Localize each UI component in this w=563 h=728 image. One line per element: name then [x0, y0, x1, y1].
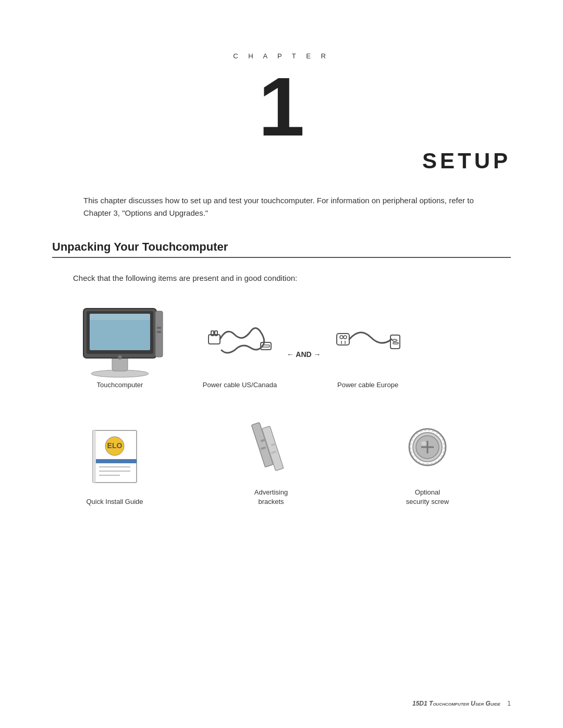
items-grid: Touchcomputer: [73, 303, 511, 507]
footer-product: 15D1 Touchcomputer User Guide: [412, 700, 500, 707]
svg-point-10: [118, 355, 122, 359]
items-row-2: ELO Quick Install Guide: [73, 411, 511, 507]
intro-text: This chapter discusses how to set up and…: [83, 194, 480, 219]
svg-rect-30: [93, 430, 96, 483]
chapter-number: 1: [52, 65, 511, 149]
and-connector: ← AND →: [287, 350, 321, 390]
svg-rect-26: [93, 459, 137, 463]
power-us-image: [206, 303, 274, 376]
items-row-1: Touchcomputer: [73, 303, 511, 390]
touchcomputer-image: [73, 303, 167, 376]
security-screw-label: Optional security screw: [406, 488, 449, 507]
svg-rect-16: [337, 334, 349, 345]
item-adv-brackets: Advertising brackets: [229, 411, 313, 507]
power-eu-svg: [334, 316, 402, 363]
item-security-screw: Optional security screw: [386, 411, 469, 507]
quick-install-label: Quick Install Guide: [86, 497, 143, 507]
svg-rect-22: [393, 342, 398, 344]
security-screw-image: [404, 411, 451, 484]
item-quick-install: ELO Quick Install Guide: [73, 420, 156, 507]
page: C H A P T E R 1 SETUP This chapter discu…: [0, 0, 563, 728]
svg-rect-11: [209, 335, 220, 344]
svg-point-43: [421, 441, 426, 446]
svg-text:ELO: ELO: [107, 441, 123, 450]
adv-brackets-image: [242, 411, 300, 484]
security-screw-svg: [404, 424, 451, 471]
svg-point-17: [340, 336, 343, 339]
svg-point-18: [344, 336, 347, 339]
cable-group: Power cable US/Canada ← AND →: [198, 303, 410, 390]
item-power-us: Power cable US/Canada: [198, 303, 282, 390]
svg-rect-9: [157, 331, 161, 333]
power-eu-image: [334, 303, 402, 376]
touchcomputer-label: Touchcomputer: [97, 380, 143, 390]
power-us-svg: [206, 316, 274, 363]
svg-rect-21: [390, 335, 400, 349]
touchcomputer-svg: [73, 301, 167, 379]
quick-install-image: ELO: [89, 420, 141, 493]
power-us-label: Power cable US/Canada: [203, 380, 277, 390]
footer-page: 1: [507, 700, 511, 707]
item-power-eu: Power cable Europe: [326, 303, 410, 390]
power-eu-label: Power cable Europe: [337, 380, 398, 390]
footer: 15D1 Touchcomputer User Guide 1: [412, 700, 511, 707]
section-heading: Unpacking Your Touchcomputer: [52, 240, 511, 258]
check-text: Check that the following items are prese…: [73, 274, 511, 282]
chapter-label: C H A P T E R: [52, 52, 511, 60]
item-touchcomputer: Touchcomputer: [73, 303, 167, 390]
svg-rect-7: [155, 311, 163, 357]
quick-install-svg: ELO: [89, 428, 141, 485]
svg-rect-6: [90, 314, 150, 320]
svg-rect-8: [157, 327, 161, 329]
adv-brackets-svg: [242, 418, 300, 476]
adv-brackets-label: Advertising brackets: [254, 488, 288, 507]
